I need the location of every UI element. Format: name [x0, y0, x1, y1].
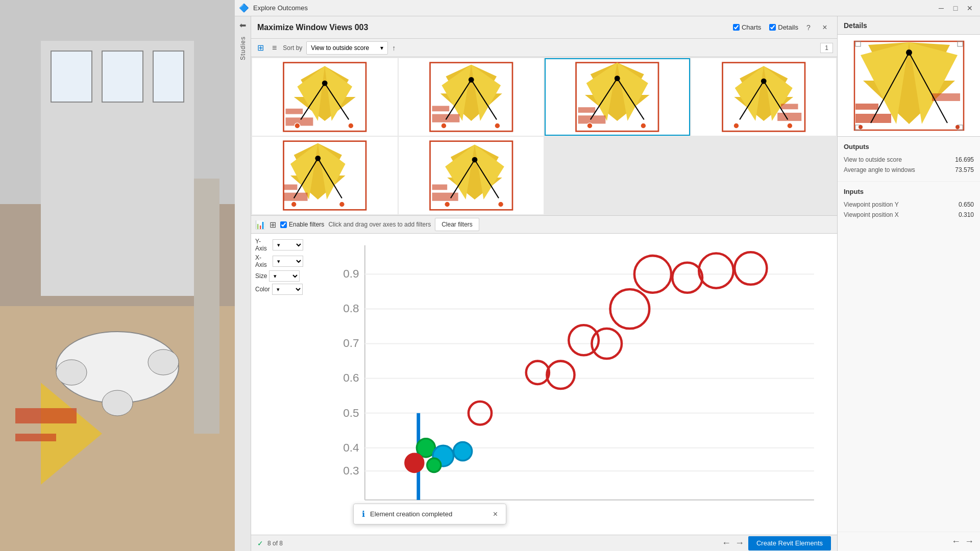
- avg-angle-value: 73.575: [955, 166, 974, 173]
- inputs-section: Inputs Viewpoint position Y 0.650 Viewpo…: [838, 182, 980, 226]
- thumb-2-svg: [400, 59, 543, 135]
- outputs-section: Outputs View to outside score 16.695 Ave…: [838, 137, 980, 182]
- right-panel: Details: [837, 16, 980, 551]
- scatter-plot-svg: 0.9 0.8 0.7 0.6 0.5 0.4 0.3: [307, 234, 837, 535]
- svg-rect-73: [284, 193, 308, 201]
- chart-body: Y-Axis ▾ X-Axis ▾ Size: [251, 234, 837, 535]
- svg-text:0.3: 0.3: [343, 464, 359, 477]
- svg-rect-87: [432, 184, 447, 190]
- enable-filters-checkbox[interactable]: [280, 221, 287, 228]
- enable-filters-label[interactable]: Enable filters: [280, 221, 324, 228]
- svg-point-10: [102, 390, 133, 416]
- view-score-row: View to outside score 16.695: [844, 155, 974, 165]
- svg-point-78: [291, 202, 297, 207]
- status-check-icon: ✓: [257, 539, 263, 547]
- help-button[interactable]: ?: [802, 21, 815, 34]
- vp-x-value: 0.310: [959, 211, 974, 218]
- list-view-button[interactable]: ≡: [270, 42, 279, 54]
- sort-direction-button[interactable]: ↑: [392, 44, 396, 52]
- 3d-room-svg: [0, 0, 235, 551]
- color-label: Color: [255, 286, 270, 293]
- y-axis-label: Y-Axis: [255, 238, 271, 252]
- svg-point-92: [498, 202, 503, 207]
- y-axis-row: Y-Axis ▾: [255, 238, 303, 252]
- main-panel: Maximize Window Views 003 Charts Details…: [251, 16, 837, 551]
- thumbnail-4[interactable]: [691, 58, 837, 136]
- filter-icon-button[interactable]: ⊞: [270, 220, 276, 230]
- svg-rect-133: [855, 104, 878, 110]
- x-axis-select[interactable]: ▾: [273, 256, 303, 267]
- svg-point-112: [672, 263, 702, 293]
- avg-angle-row: Average angle to windows 73.575: [844, 165, 974, 175]
- maximize-button[interactable]: □: [949, 2, 962, 14]
- svg-rect-61: [780, 104, 798, 109]
- sort-dropdown[interactable]: View to outside score ▾: [306, 41, 388, 55]
- enable-filters-text: Enable filters: [289, 221, 324, 228]
- details-checkbox-item[interactable]: Details: [769, 23, 798, 31]
- toast-close-button[interactable]: ×: [493, 510, 498, 519]
- svg-point-143: [955, 125, 960, 129]
- chart-section: 📊 ⊞ Enable filters Click and drag over a…: [251, 215, 837, 535]
- details-checkbox[interactable]: [769, 24, 776, 31]
- svg-point-27: [348, 123, 354, 129]
- x-axis-row: X-Axis ▾: [255, 254, 303, 268]
- status-bar: ✓ 8 of 8 ← → Create Revit Elements: [251, 535, 837, 551]
- clear-filters-button[interactable]: Clear filters: [435, 218, 479, 231]
- bg-3d-view: [0, 0, 235, 551]
- svg-rect-60: [777, 113, 801, 121]
- svg-rect-74: [284, 184, 298, 190]
- grid-view-button[interactable]: ⊞: [255, 42, 266, 54]
- dialog-close-button[interactable]: ×: [819, 21, 831, 34]
- thumbnail-6[interactable]: [399, 137, 544, 214]
- charts-checkbox-item[interactable]: Charts: [733, 23, 761, 31]
- toast-notification: ℹ Element creation completed ×: [353, 504, 506, 524]
- thumb-6-svg: [400, 138, 543, 213]
- details-panel-header: Details: [838, 16, 980, 35]
- color-row: Color ▾: [255, 284, 303, 295]
- sort-by-label: Sort by: [283, 44, 302, 52]
- vp-y-value: 0.650: [959, 201, 974, 208]
- size-select[interactable]: ▾: [269, 270, 300, 282]
- svg-rect-6: [153, 51, 184, 102]
- charts-checkbox[interactable]: [733, 24, 740, 31]
- svg-point-65: [733, 123, 739, 129]
- view-score-label: View to outside score: [844, 156, 902, 163]
- toast-info-icon: ℹ: [362, 509, 365, 519]
- y-axis-select[interactable]: ▾: [273, 239, 303, 251]
- scatter-plot-area[interactable]: 0.9 0.8 0.7 0.6 0.5 0.4 0.3: [307, 234, 837, 535]
- studies-label: Studies: [239, 36, 247, 60]
- details-prev-button[interactable]: ←: [951, 536, 961, 547]
- thumbnail-5[interactable]: [252, 137, 398, 214]
- svg-rect-5: [102, 51, 143, 102]
- thumbnail-2[interactable]: [399, 58, 544, 136]
- minimize-button[interactable]: ─: [935, 2, 947, 14]
- close-window-button[interactable]: ✕: [964, 2, 976, 14]
- thumbnail-3[interactable]: [545, 58, 690, 136]
- thumb-1-svg: [253, 59, 397, 135]
- nav-prev-button[interactable]: ←: [722, 538, 731, 548]
- sort-option-text: View to outside score: [311, 44, 369, 52]
- svg-point-8: [56, 360, 87, 385]
- color-select[interactable]: ▾: [272, 284, 303, 295]
- scatter-chart-button[interactable]: 📊: [255, 220, 265, 230]
- grid-toolbar: ⊞ ≡ Sort by View to outside score ▾ ↑ 1: [251, 39, 837, 57]
- toolbar-checkboxes: Charts Details: [733, 23, 798, 31]
- details-next-button[interactable]: →: [965, 536, 974, 547]
- size-row: Size ▾: [255, 270, 303, 282]
- pin-icon[interactable]: ⬅: [239, 20, 246, 30]
- svg-point-142: [859, 125, 863, 129]
- thumb-3-svg: [546, 59, 689, 135]
- create-revit-elements-button[interactable]: Create Revit Elements: [748, 536, 831, 550]
- svg-point-9: [148, 349, 179, 375]
- svg-rect-35: [432, 106, 449, 111]
- svg-rect-11: [194, 179, 219, 434]
- svg-rect-86: [432, 193, 458, 201]
- details-label: Details: [778, 23, 798, 31]
- dialog-title: Maximize Window Views 003: [257, 23, 729, 32]
- thumbnail-1[interactable]: [252, 58, 398, 136]
- nav-next-button[interactable]: →: [735, 538, 744, 548]
- svg-point-113: [699, 254, 733, 288]
- svg-rect-48: [578, 107, 596, 113]
- size-label: Size: [255, 272, 267, 280]
- details-preview-svg: [853, 40, 965, 132]
